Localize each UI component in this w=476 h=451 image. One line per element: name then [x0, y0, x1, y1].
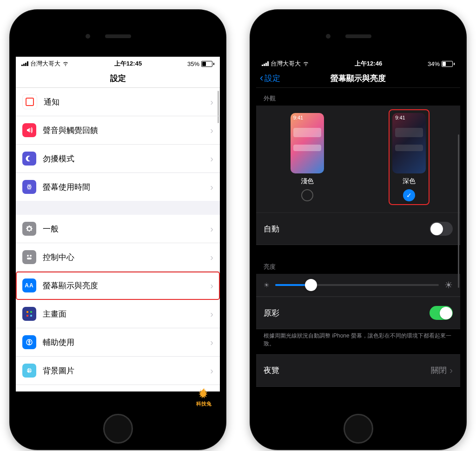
row-notifications[interactable]: 通知 ›	[16, 88, 220, 116]
nav-bar: 設定	[16, 69, 220, 88]
display-icon: AA	[22, 279, 36, 292]
chevron-right-icon: ›	[210, 280, 213, 291]
chevron-right-icon: ›	[210, 153, 213, 164]
truetone-toggle[interactable]	[430, 306, 453, 320]
phone-frame-display: 台灣大哥大 上午12:46 34% ‹ 設定 螢幕顯示與亮度	[250, 9, 467, 450]
row-truetone: 原彩	[256, 297, 460, 329]
row-dnd[interactable]: 勿擾模式 ›	[16, 145, 220, 173]
svg-rect-4	[30, 311, 32, 313]
battery-percent: 34%	[428, 60, 440, 67]
back-button[interactable]: ‹ 設定	[260, 73, 280, 84]
screentime-icon	[22, 180, 36, 194]
status-time: 上午12:45	[114, 60, 142, 68]
light-preview: 9:41	[291, 113, 324, 173]
home-screen-icon	[22, 307, 36, 321]
display-settings-list[interactable]: 外觀 9:41 淺色 9:41	[256, 88, 460, 391]
row-siri[interactable]: Siri 與搜尋 ›	[16, 385, 220, 391]
carrier-label: 台灣大哥大	[271, 60, 301, 68]
control-center-icon	[22, 250, 36, 264]
battery-icon	[201, 61, 214, 67]
camera-dot	[326, 34, 331, 39]
svg-rect-6	[30, 315, 32, 317]
appearance-header: 外觀	[256, 88, 460, 106]
svg-point-8	[29, 340, 30, 341]
svg-point-9	[27, 368, 32, 373]
sun-large-icon: ☀︎	[444, 279, 453, 291]
page-title: 螢幕顯示與亮度	[331, 73, 386, 84]
status-bar: 台灣大哥大 上午12:46 34%	[256, 57, 460, 69]
row-nightshift[interactable]: 夜覽 關閉 ›	[256, 354, 460, 387]
brightness-slider-row: ☀︎ ☀︎	[256, 274, 460, 297]
svg-point-1	[30, 255, 32, 257]
page-title: 設定	[110, 73, 126, 84]
speaker-grille	[345, 34, 371, 38]
battery-percent: 35%	[187, 60, 199, 67]
light-radio[interactable]	[301, 189, 313, 201]
chevron-right-icon: ›	[210, 309, 213, 319]
row-screentime[interactable]: 螢幕使用時間 ›	[16, 173, 220, 201]
auto-toggle[interactable]	[430, 222, 453, 236]
battery-icon	[442, 61, 455, 67]
svg-point-0	[27, 255, 29, 257]
notifications-icon	[22, 94, 37, 109]
row-auto: 自動	[256, 212, 460, 245]
chevron-right-icon: ›	[210, 125, 213, 136]
dark-radio[interactable]: ✓	[403, 189, 415, 201]
appearance-selector: 9:41 淺色 9:41 深色 ✓	[256, 106, 460, 212]
row-display-brightness[interactable]: AA 螢幕顯示與亮度 ›	[16, 272, 220, 300]
accessibility-icon	[22, 335, 36, 349]
svg-rect-2	[27, 258, 32, 259]
phone-frame-settings: 台灣大哥大 上午12:45 35% 設定	[9, 9, 226, 450]
row-accessibility[interactable]: 輔助使用 ›	[16, 328, 220, 357]
chevron-left-icon: ‹	[260, 73, 263, 83]
appearance-dark-option[interactable]: 9:41 深色 ✓	[390, 110, 429, 204]
row-wallpaper[interactable]: 背景圖片 ›	[16, 357, 220, 385]
chevron-right-icon: ›	[210, 182, 213, 192]
home-button[interactable]	[344, 414, 373, 444]
chevron-right-icon: ›	[210, 97, 213, 107]
scrollbar[interactable]	[458, 134, 459, 288]
row-home-screen[interactable]: 主畫面 ›	[16, 300, 220, 328]
chevron-right-icon: ›	[450, 365, 453, 376]
nav-bar: ‹ 設定 螢幕顯示與亮度	[256, 69, 460, 88]
appearance-light-option[interactable]: 9:41 淺色	[288, 110, 327, 204]
signal-icon	[21, 61, 28, 66]
signal-icon	[262, 61, 269, 66]
sun-small-icon: ☀︎	[264, 281, 270, 289]
watermark: 科技兔	[196, 387, 212, 407]
status-time: 上午12:46	[355, 60, 382, 68]
dark-preview: 9:41	[392, 113, 426, 173]
speaker-grille	[105, 34, 131, 38]
wifi-icon	[303, 61, 309, 66]
truetone-description: 根據周圍光線狀況自動調整 iPhone 螢幕，讓色彩在不同的環境下都看起來一致。	[256, 329, 460, 354]
wallpaper-icon	[22, 364, 36, 378]
carrier-label: 台灣大哥大	[30, 60, 60, 68]
status-bar: 台灣大哥大 上午12:45 35%	[16, 57, 220, 69]
settings-list[interactable]: 通知 › 聲音與觸覺回饋 › 勿擾模式	[16, 88, 220, 391]
chevron-right-icon: ›	[210, 224, 213, 234]
wifi-icon	[62, 61, 69, 66]
brightness-header: 亮度	[256, 256, 460, 274]
brightness-slider[interactable]	[275, 284, 439, 286]
gear-icon	[22, 222, 36, 236]
row-general[interactable]: 一般 ›	[16, 215, 220, 243]
svg-rect-5	[26, 315, 28, 317]
sounds-icon	[22, 123, 36, 137]
svg-rect-3	[26, 311, 28, 313]
home-button[interactable]	[103, 414, 133, 444]
row-control-center[interactable]: 控制中心 ›	[16, 243, 220, 272]
camera-dot	[86, 34, 90, 39]
row-sounds[interactable]: 聲音與觸覺回饋 ›	[16, 116, 220, 145]
chevron-right-icon: ›	[210, 365, 213, 376]
chevron-right-icon: ›	[210, 252, 213, 263]
dnd-icon	[22, 152, 36, 166]
chevron-right-icon: ›	[210, 337, 213, 348]
